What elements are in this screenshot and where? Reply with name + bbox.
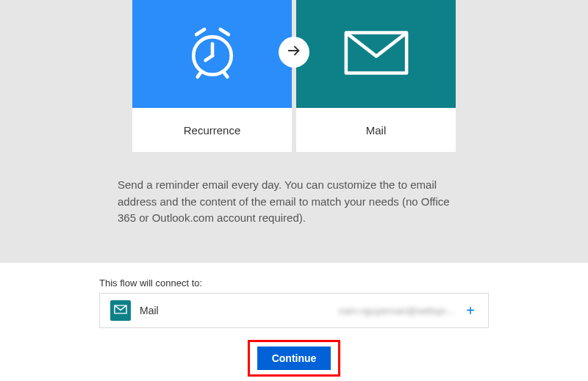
svg-line-3 [197, 72, 201, 76]
tile-mail-label: Mail [296, 108, 456, 152]
connections-heading: This flow will connect to: [99, 277, 489, 289]
alarm-clock-icon [184, 24, 241, 84]
tile-mail[interactable]: Mail [296, 0, 456, 152]
connector-tiles: Recurrence Mail [0, 0, 588, 152]
template-description: Send a reminder email every day. You can… [118, 177, 470, 227]
tile-recurrence-icon-area [132, 0, 292, 108]
envelope-icon [343, 29, 410, 79]
connection-row-mail[interactable]: Mail nam.nguyenvan@wellspr… + [99, 293, 489, 328]
plus-icon: + [466, 302, 475, 319]
svg-line-4 [223, 72, 227, 76]
envelope-icon [114, 304, 127, 317]
tile-mail-icon-area [296, 0, 456, 108]
tile-recurrence-label: Recurrence [132, 108, 292, 152]
connections-section: This flow will connect to: Mail nam.nguy… [0, 263, 588, 377]
connection-mail-icon [110, 300, 131, 321]
tile-recurrence[interactable]: Recurrence [132, 0, 292, 152]
flow-arrow [279, 37, 309, 68]
connection-service-name: Mail [140, 305, 228, 316]
continue-button[interactable]: Continue [257, 346, 331, 370]
template-overview-section: Recurrence Mail Send [0, 0, 588, 263]
arrow-right-icon [286, 43, 302, 62]
add-connection-button[interactable]: + [463, 303, 478, 318]
highlight-annotation: Continue [248, 340, 341, 377]
connection-account: nam.nguyenvan@wellspr… [228, 305, 463, 316]
svg-line-2 [205, 55, 212, 59]
